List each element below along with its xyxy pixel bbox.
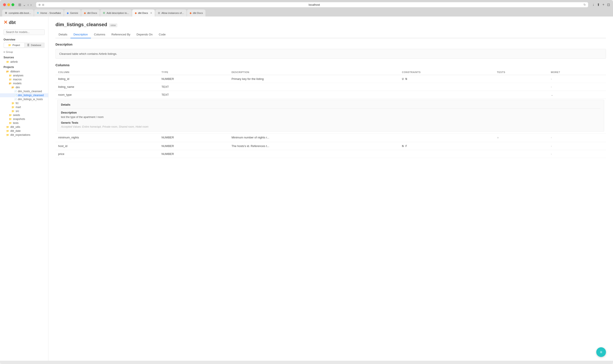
sidebar-item-dim[interactable]: 📂 dim <box>0 85 48 89</box>
tabs-icon[interactable]: ⊡ <box>607 3 610 7</box>
folder-open-icon-dbtlearn: 📂 <box>6 70 9 73</box>
col-more-listing-id[interactable]: › <box>548 75 606 83</box>
sidebar-item-snapshots[interactable]: 📁 snapshots <box>0 117 48 121</box>
tab-project[interactable]: 📁 Project <box>4 43 24 48</box>
group-label: Group <box>6 51 13 53</box>
col-constraint-listing-name <box>399 83 494 91</box>
col-constraint-host-id: N F <box>399 142 494 150</box>
expand-icon-min-nights[interactable]: › <box>551 136 552 139</box>
overview-tabs: 📁 Project 🗄 Database <box>3 42 45 48</box>
tab-database[interactable]: 🗄 Database <box>24 43 44 48</box>
reload-icon[interactable]: ↻ <box>584 3 586 6</box>
sidebar-item-dbt-expectations[interactable]: 📁 dbt_expectations <box>0 133 48 137</box>
tab-dbt-boot[interactable]: ⚙ complete-dbt-boot... <box>2 10 34 16</box>
sidebar-toggle-icon[interactable]: ⊞ <box>18 3 21 7</box>
col-more-room-type[interactable]: ⌄ <box>548 91 606 99</box>
expand-icon-room-type[interactable]: ⌄ <box>551 93 553 96</box>
sidebar-item-dbtlearn[interactable]: 📂 dbtlearn <box>0 70 48 74</box>
share-icon[interactable]: ⬆ <box>597 3 600 7</box>
sidebar-group-row[interactable]: ≡ Group <box>0 50 48 54</box>
folder-icon: 📁 <box>6 61 9 63</box>
add-test-icon[interactable]: + <box>497 136 499 140</box>
forward-icon[interactable]: › <box>30 3 31 7</box>
sidebar-search-bar[interactable] <box>0 27 48 37</box>
tab-gemini[interactable]: ◆ Gemini <box>64 10 80 16</box>
new-tab-icon[interactable]: + <box>602 3 604 7</box>
sidebar-item-fct[interactable]: 📁 fct <box>0 101 48 105</box>
tab-dbt-docs-1[interactable]: ◆ dbt Docs <box>81 10 100 16</box>
description-box: Cleansed table which contains Airbnb lis… <box>55 49 606 59</box>
col-more-price[interactable]: › <box>548 150 606 158</box>
tab-close-icon[interactable]: ✕ <box>150 12 152 14</box>
tab-description[interactable]: Description <box>70 31 91 38</box>
projects-section-title: Projects <box>0 64 48 70</box>
th-tests: TESTS <box>494 70 548 75</box>
col-desc-room-type <box>229 91 400 99</box>
description-text: Cleansed table which contains Airbnb lis… <box>59 52 117 55</box>
col-more-listing-name[interactable]: › <box>548 83 606 91</box>
tab-dbt-docs-3[interactable]: ◆ dbt Docs <box>187 10 205 16</box>
overview-label: Overview <box>3 38 45 41</box>
maximize-button[interactable] <box>12 3 14 6</box>
col-constraint-listing-id: U N <box>399 75 494 83</box>
sidebar-item-seeds[interactable]: 📁 seeds <box>0 113 48 117</box>
tab-add-desc[interactable]: ⚙ Add description to... <box>100 10 132 16</box>
tab-depends-on[interactable]: Depends On <box>133 31 156 38</box>
browser-controls: ⊞ ⌄ ‹ › <box>18 3 32 7</box>
sidebar-item-mart[interactable]: 📁 mart <box>0 105 48 109</box>
page-title-row: dim_listings_cleansed view <box>55 22 606 27</box>
sidebar-item-tests[interactable]: 📁 tests <box>0 121 48 125</box>
sidebar-item-dbt-utils[interactable]: 📁 dbt_utils <box>0 125 48 129</box>
sidebar-item-src[interactable]: 📁 src <box>0 109 48 113</box>
col-desc-listing-id: Primary key for the listing <box>229 75 400 83</box>
file-icon-listings-hosts: 📄 <box>14 98 17 101</box>
col-more-min-nights[interactable]: › <box>548 134 606 142</box>
columns-section-title: Columns <box>55 63 606 67</box>
sidebar-item-dim-listings-w-hosts[interactable]: 📄 dim_listings_w_hosts <box>0 97 48 101</box>
chat-fab-button[interactable]: ≡ <box>596 347 606 357</box>
folder-icon-seeds: 📁 <box>9 114 12 117</box>
address-bar[interactable]: ⊕ ⊞ localhost ↻ <box>36 2 588 7</box>
sidebar-item-dbt-date[interactable]: 📁 dbt_date <box>0 129 48 133</box>
close-button[interactable] <box>3 3 6 6</box>
tab-code[interactable]: Code <box>156 31 169 38</box>
tab-label-gemini: Gemini <box>70 12 78 14</box>
sidebar-item-airbnb[interactable]: 📁 airbnb <box>0 60 48 64</box>
back-icon[interactable]: ‹ <box>27 3 29 7</box>
sidebar-item-macros[interactable]: 📁 macros <box>0 78 48 81</box>
sidebar-item-dim-listings-cleansed[interactable]: 📄 dim_listings_cleansed <box>0 93 48 97</box>
tab-columns[interactable]: Columns <box>91 31 108 38</box>
col-tests-min-nights[interactable]: + <box>494 134 548 142</box>
expand-icon-listing-id[interactable]: › <box>551 78 552 80</box>
file-icon-listings: 📄 <box>14 94 17 97</box>
col-desc-min-nights: Minimum number of nights r... <box>229 134 400 142</box>
tab-dbt-docs-2-active[interactable]: ◆ dbt Docs ✕ <box>132 10 155 16</box>
download-icon[interactable]: ↓ <box>593 3 594 7</box>
tab-icon-dbt-boot: ⚙ <box>5 12 7 14</box>
sidebar-item-analyses[interactable]: 📁 analyses <box>0 74 48 78</box>
search-input[interactable] <box>3 29 45 35</box>
table-row: host_id NUMBER The hosts's id. Reference… <box>55 142 606 150</box>
sidebar-item-models[interactable]: 📂 models <box>0 81 48 85</box>
chevron-down-icon[interactable]: ⌄ <box>23 3 26 7</box>
expand-icon-listing-name[interactable]: › <box>551 85 552 89</box>
tab-label-dbt-boot: complete-dbt-boot... <box>9 12 31 14</box>
tab-database-icon: 🗄 <box>27 44 29 46</box>
col-more-host-id[interactable]: › <box>548 142 606 150</box>
tab-details[interactable]: Details <box>55 31 70 38</box>
expand-icon-host-id[interactable]: › <box>551 144 552 148</box>
sidebar-item-dim-hosts-cleansed[interactable]: 📄 dim_hosts_cleansed <box>0 89 48 93</box>
exp-tests-values: Accepted Values: Entire home/apt, Privat… <box>61 125 600 128</box>
folder-icon-dbt-date: 📁 <box>6 130 9 132</box>
expand-icon-price[interactable]: › <box>551 153 552 156</box>
tab-referenced-by[interactable]: Referenced By <box>108 31 133 38</box>
tab-snowflake[interactable]: ❄ Home - Snowflake <box>34 10 64 16</box>
browser-titlebar: ⊞ ⌄ ‹ › ⊕ ⊞ localhost ↻ ↓ ⬆ + ⊡ <box>0 0 613 10</box>
tab-label-github: Allow instances of... <box>161 12 184 14</box>
tab-icon-github: ⊙ <box>158 12 160 14</box>
minimize-button[interactable] <box>7 3 10 6</box>
tab-github[interactable]: ⊙ Allow instances of... <box>155 10 187 16</box>
col-constraint-min-nights <box>399 134 494 142</box>
col-tests-listing-name <box>494 83 548 91</box>
col-type-room-type: TEXT <box>159 91 229 99</box>
